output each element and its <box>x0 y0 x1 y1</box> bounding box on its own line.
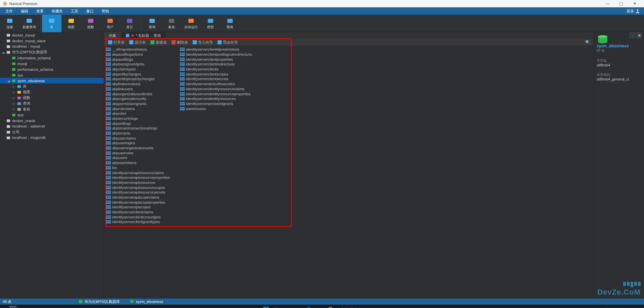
maximize-button[interactable]: ▢ <box>614 1 628 6</box>
table-identityserveridentityresourceproperties[interactable]: identityserveridentityresourceproperties <box>180 91 252 96</box>
table-identityserverclientpostlogoutredirecturis[interactable]: identityserverclientpostlogoutredirectur… <box>180 52 252 57</box>
ribbon-表[interactable]: 表 <box>42 15 61 32</box>
table-identityserverclientclaims[interactable]: identityserverclientclaims <box>106 210 170 215</box>
tree-212公司[interactable]: 公司 <box>0 129 104 135</box>
table-abplinkusers[interactable]: abplinkusers <box>106 87 170 92</box>
table-identityserverclients[interactable]: identityserverclients <box>180 67 252 72</box>
table-abpauditlogactions[interactable]: abpauditlogactions <box>106 52 170 57</box>
tree-212test[interactable]: test <box>0 112 104 118</box>
close-button[interactable]: ✕ <box>628 1 641 6</box>
table-identityserverapiresourceproperties[interactable]: identityserverapiresourceproperties <box>106 175 170 180</box>
table-identityserverclientgranttypes[interactable]: identityserverclientgranttypes <box>106 219 170 224</box>
tree-212localhost：mysql[interactable]: localhost：mysql <box>0 44 104 49</box>
tree-212docker_oracle[interactable]: docker_oracle <box>0 118 104 123</box>
explorer-icon[interactable]: 📁 <box>294 306 302 308</box>
edge-icon[interactable] <box>305 306 313 308</box>
ribbon-函数[interactable]: 函数 <box>81 15 100 32</box>
table-identityserverdeviceflowcodes[interactable]: identityserverdeviceflowcodes <box>180 82 252 87</box>
table-identityserverapiresources[interactable]: identityserverapiresources <box>106 180 170 185</box>
table-identityserverclientscopes[interactable]: identityserverclientscopes <box>180 71 252 76</box>
table-bin[interactable]: bin <box>106 165 170 170</box>
login-button[interactable]: 登录 <box>624 9 643 14</box>
table-abpclaimtypes[interactable]: abpclaimtypes <box>106 67 170 72</box>
ribbon-连接[interactable]: 连接 <box>0 15 19 32</box>
tree-212performance_schema[interactable]: performance_schema <box>0 66 104 72</box>
table-abptenantconnectionstrings[interactable]: abptenantconnectionstrings <box>106 126 170 131</box>
delete-table-button[interactable]: 删除表 <box>170 39 190 46</box>
ribbon-自动运行[interactable]: 自动运行 <box>181 15 201 32</box>
open-table-button[interactable]: 打开表 <box>106 39 127 46</box>
menu-文件[interactable]: 文件 <box>1 9 17 14</box>
table-warehouses[interactable]: warehouses <box>180 106 252 111</box>
table-identityserverpersistedgrants[interactable]: identityserverpersistedgrants <box>180 101 252 106</box>
visualstछ之-icon[interactable] <box>348 306 356 308</box>
tree-212函数[interactable]: ▷函数 <box>0 95 104 101</box>
menu-工具[interactable]: 工具 <box>67 9 82 14</box>
tree-212docker_mysql[interactable]: docker_mysql <box>0 32 104 38</box>
table-abpfeaturevalues[interactable]: abpfeaturevalues <box>106 82 170 87</box>
menu-帮助[interactable]: 帮助 <box>98 9 113 14</box>
tree-212mysql[interactable]: mysql <box>0 61 104 66</box>
tree-212docker_mysql_slave[interactable]: docker_mysql_slave <box>0 38 104 44</box>
table-identityserverapiresourceclaims[interactable]: identityserverapiresourceclaims <box>106 170 170 175</box>
table-abpentitypropertychanges[interactable]: abpentitypropertychanges <box>106 76 170 82</box>
table-abpuserlogins[interactable]: abpuserlogins <box>106 141 170 146</box>
ribbon-视图[interactable]: 视图 <box>61 15 81 32</box>
table-identityserverclientcorsorigins[interactable]: identityserverclientcorsorigins <box>106 214 170 219</box>
grid-view-icon[interactable]: ▦ <box>637 33 642 38</box>
weather-widget[interactable]: ☁ 21°C 雾 <box>3 306 17 308</box>
store-icon[interactable]: 🛍 <box>316 306 323 308</box>
table-abproles[interactable]: abproles <box>106 111 170 116</box>
ribbon-查询[interactable]: 查询 <box>142 15 162 32</box>
tree-212备份[interactable]: ▷备份 <box>0 106 104 112</box>
table-abpentitychanges[interactable]: abpentitychanges <box>106 71 170 76</box>
import-wizard-button[interactable]: 导入向导 <box>191 39 215 46</box>
minimize-button[interactable]: — <box>601 1 614 6</box>
table-identityserverapiscopeproperties[interactable]: identityserverapiscopeproperties <box>106 200 170 205</box>
new-table-button[interactable]: 新建表 <box>148 39 169 46</box>
menu-收藏夹[interactable]: 收藏夹 <box>48 9 67 14</box>
menu-查看[interactable]: 查看 <box>32 9 48 14</box>
table-identityserverapiscopeclaims[interactable]: identityserverapiscopeclaims <box>106 195 170 200</box>
table-identityserverclientidprestrictions[interactable]: identityserverclientidprestrictions <box>180 47 252 52</box>
vscode-icon[interactable] <box>337 306 345 308</box>
table-identityserverapiresourcescopes[interactable]: identityserverapiresourcescopes <box>106 185 170 190</box>
ribbon-备份[interactable]: 备份 <box>162 15 181 32</box>
ribbon-模型[interactable]: 模型 <box>201 15 220 32</box>
search-task-icon[interactable]: 🔍 <box>273 306 280 308</box>
table-abporganizationunitroles[interactable]: abporganizationunitroles <box>106 91 170 96</box>
tree-212sys[interactable]: sys <box>0 72 104 78</box>
table-abpsettings[interactable]: abpsettings <box>106 121 170 126</box>
table-identityserverclientproperties[interactable]: identityserverclientproperties <box>180 57 252 62</box>
tree-212syzm_ebusiness[interactable]: ◢syzm_ebusiness <box>0 78 104 84</box>
start-icon[interactable] <box>262 306 270 308</box>
table-identityserveridentityresourceclaims[interactable]: identityserveridentityresourceclaims <box>180 87 252 92</box>
table-abpusertokens[interactable]: abpusertokens <box>106 160 170 165</box>
table-abppermissiongrants[interactable]: abppermissiongrants <box>106 101 170 106</box>
table-__efmigrationshistory[interactable]: __efmigrationshistory <box>106 47 170 52</box>
table-abpuserclaims[interactable]: abpuserclaims <box>106 136 170 141</box>
taskview-icon[interactable]: ▭ <box>284 306 291 308</box>
tree-212localhost：mogondb[interactable]: localhost：mogondb <box>0 135 104 141</box>
table-abproleclaims[interactable]: abproleclaims <box>106 106 170 111</box>
tab-untitled-query[interactable]: * 无标题 - 查询 <box>121 32 166 39</box>
table-identityserverapiresourcesecrets[interactable]: identityserverapiresourcesecrets <box>106 190 170 195</box>
design-table-button[interactable]: 设计表 <box>127 39 148 46</box>
tree-212华为云MYSQL数据库[interactable]: ◢华为云MYSQL数据库 <box>0 49 104 55</box>
ribbon-新建查询[interactable]: 新建查询 <box>19 15 39 32</box>
info-view-icon[interactable]: ⓘ <box>630 33 635 38</box>
table-identityserverapiscopes[interactable]: identityserverapiscopes <box>106 205 170 210</box>
tree-212视图[interactable]: ▷视图 <box>0 89 104 95</box>
tree-212information_schema[interactable]: information_schema <box>0 55 104 61</box>
ribbon-其它[interactable]: 其它 <box>120 15 139 32</box>
search-icon[interactable]: 🔍 <box>585 40 590 45</box>
export-wizard-button[interactable]: 导出向导 <box>216 39 240 46</box>
table-abpuserorganizationunits[interactable]: abpuserorganizationunits <box>106 146 170 151</box>
table-abpsecuritylogs[interactable]: abpsecuritylogs <box>106 116 170 121</box>
table-identityserverclientredirecturis[interactable]: identityserverclientredirecturis <box>180 62 252 67</box>
connection-tree[interactable]: docker_mysqldocker_mysql_slavelocalhost：… <box>0 32 104 299</box>
table-identityserveridentityresources[interactable]: identityserveridentityresources <box>180 96 252 101</box>
table-abpuserroles[interactable]: abpuserroles <box>106 150 170 155</box>
table-identityserverclientsecrets[interactable]: identityserverclientsecrets <box>180 76 252 82</box>
table-abpusers[interactable]: abpusers <box>106 155 170 160</box>
